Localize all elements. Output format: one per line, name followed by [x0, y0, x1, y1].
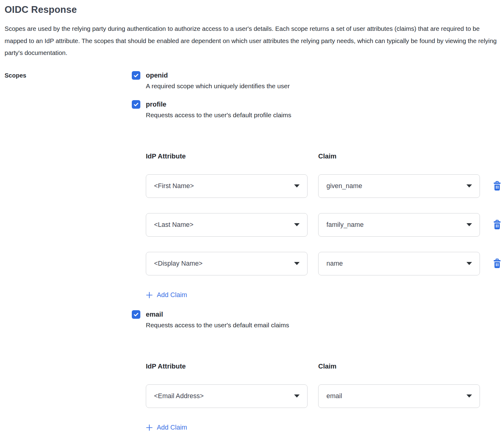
caret-down-icon [294, 184, 300, 187]
plus-icon [146, 424, 153, 431]
trash-icon [493, 220, 502, 230]
delete-claim-button[interactable] [493, 181, 502, 191]
idp-attribute-select[interactable]: <First Name> [146, 174, 308, 198]
add-claim-label: Add Claim [157, 291, 187, 299]
caret-down-icon [466, 223, 472, 226]
delete-claim-button[interactable] [493, 220, 502, 230]
scope-description-openid: A required scope which uniquely identifi… [146, 82, 502, 90]
trash-icon [493, 181, 502, 191]
scopes-column: openid A required scope which uniquely i… [132, 71, 502, 436]
idp-attribute-select[interactable]: <Display Name> [146, 252, 308, 275]
claim-select[interactable]: given_name [318, 174, 480, 198]
idp-attribute-value: <Last Name> [154, 221, 193, 229]
scope-item-profile: profile Requests access to the user's de… [132, 100, 502, 300]
caret-down-icon [466, 394, 472, 398]
idp-attribute-select[interactable]: <Email Address> [146, 384, 308, 408]
scope-name-email: email [146, 311, 163, 318]
claim-row-display-name: <Display Name> name [146, 252, 502, 275]
caret-down-icon [294, 394, 300, 398]
scopes-label: Scopes [5, 71, 132, 79]
scope-description-profile: Requests access to the user's default pr… [146, 111, 502, 119]
page-description: Scopes are used by the relying party dur… [5, 23, 499, 59]
scope-checkbox-profile[interactable] [132, 100, 140, 109]
idp-attribute-value: <Email Address> [154, 392, 204, 400]
oidc-response-page: OIDC Response Scopes are used by the rel… [0, 0, 504, 436]
claim-value: family_name [326, 221, 364, 229]
delete-claim-button[interactable] [493, 259, 502, 268]
scope-head-profile: profile [132, 100, 502, 109]
caret-down-icon [294, 262, 300, 265]
caret-down-icon [466, 262, 472, 265]
claim-select[interactable]: family_name [318, 213, 480, 237]
scope-head-email: email [132, 310, 502, 319]
scope-checkbox-openid[interactable] [132, 71, 140, 80]
claim-value: name [326, 260, 343, 267]
scope-head-openid: openid [132, 71, 502, 80]
caret-down-icon [466, 184, 472, 187]
claim-select[interactable]: name [318, 252, 480, 275]
add-claim-button[interactable]: Add Claim [146, 291, 187, 299]
claim-header: Claim [318, 152, 337, 160]
claim-select[interactable]: email [318, 384, 480, 408]
idp-attribute-value: <First Name> [154, 182, 194, 190]
claim-row-last-name: <Last Name> family_name [146, 213, 502, 237]
check-icon [133, 311, 139, 318]
scope-checkbox-email[interactable] [132, 310, 140, 319]
page-title: OIDC Response [5, 4, 499, 15]
idp-attribute-header: IdP Attribute [146, 152, 318, 160]
claim-row-email: <Email Address> email [146, 384, 502, 408]
claim-value: given_name [326, 182, 362, 190]
profile-claims-section: IdP Attribute Claim <First Name> given_n… [146, 152, 502, 300]
trash-icon [493, 259, 502, 268]
scope-description-email: Requests access to the user's default em… [146, 322, 502, 329]
caret-down-icon [294, 223, 300, 226]
idp-attribute-select[interactable]: <Last Name> [146, 213, 308, 237]
scope-item-openid: openid A required scope which uniquely i… [132, 71, 502, 90]
scope-name-openid: openid [146, 71, 168, 79]
claim-row-first-name: <First Name> given_name [146, 174, 502, 198]
check-icon [133, 72, 139, 78]
scopes-form-row: Scopes openid A required scope which uni… [5, 71, 499, 436]
claims-headers: IdP Attribute Claim [146, 362, 502, 370]
add-claim-label: Add Claim [157, 424, 187, 431]
idp-attribute-value: <Display Name> [154, 260, 203, 267]
claims-headers: IdP Attribute Claim [146, 152, 502, 160]
claim-value: email [326, 392, 342, 400]
email-claims-section: IdP Attribute Claim <Email Address> emai… [146, 362, 502, 432]
add-claim-button[interactable]: Add Claim [146, 424, 187, 431]
claim-header: Claim [318, 362, 337, 370]
scope-name-profile: profile [146, 100, 166, 108]
scope-item-email: email Requests access to the user's defa… [132, 310, 502, 432]
plus-icon [146, 292, 153, 299]
check-icon [133, 101, 139, 107]
idp-attribute-header: IdP Attribute [146, 362, 318, 370]
